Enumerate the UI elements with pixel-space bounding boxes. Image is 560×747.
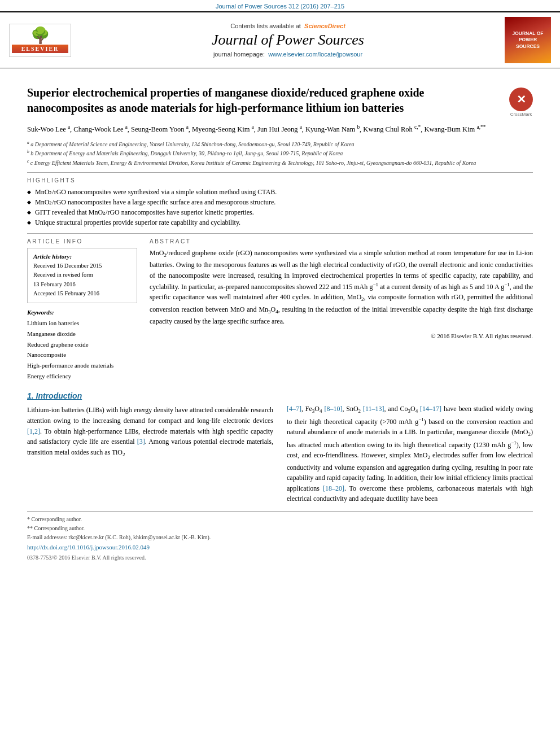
intro-right-col: [4–7], Fe3O4 [8–10], SnO2 [11–13], and C… xyxy=(287,391,533,504)
highlights-section: HIGHLIGHTS ◆ MnO₂/rGO nanocomposites wer… xyxy=(27,177,533,228)
footnote-co-corresponding: ** Corresponding author. xyxy=(27,524,533,533)
revised-date: Received in revised form13 February 2016 xyxy=(33,270,131,289)
keywords-label: Keywords: xyxy=(27,309,137,316)
kw-1: Lithium ion batteries xyxy=(27,318,137,329)
footnote-section: * Corresponding author. ** Corresponding… xyxy=(27,511,533,562)
journal-logo-text: JOURNAL OF POWER SOURCES xyxy=(508,30,548,49)
highlight-item-1: ◆ MnO₂/rGO nanocomposites were synthesiz… xyxy=(27,187,533,197)
abstract-label: ABSTRACT xyxy=(150,238,533,244)
article-info-label: ARTICLE INFO xyxy=(27,238,137,244)
doi-link[interactable]: http://dx.doi.org/10.1016/j.jpowsour.201… xyxy=(27,544,150,551)
contents-line: Contents lists available at ScienceDirec… xyxy=(77,23,499,29)
affiliation-c: c c Energy Efficient Materials Team, Ene… xyxy=(27,158,533,168)
highlight-item-4: ◆ Unique structural properties provide s… xyxy=(27,217,533,228)
abstract-col: ABSTRACT MnO2/reduced graphene oxide (rG… xyxy=(150,238,533,381)
crossmark-badge[interactable]: ✕ CrossMark xyxy=(509,88,533,117)
authors-line: Suk-Woo Lee a, Chang-Wook Lee a, Seung-B… xyxy=(27,123,533,136)
footnote-corresponding: * Corresponding author. xyxy=(27,515,533,524)
elsevier-text: ELSEVIER xyxy=(12,45,68,53)
footnote-doi[interactable]: http://dx.doi.org/10.1016/j.jpowsour.201… xyxy=(27,542,533,553)
keywords-list: Lithium ion batteries Manganese dioxide … xyxy=(27,318,137,381)
kw-6: Energy efficiency xyxy=(27,371,137,382)
elsevier-logo: 🌳 ELSEVIER xyxy=(9,24,71,57)
article-info-col: ARTICLE INFO Article history: Received 1… xyxy=(27,238,137,381)
journal-reference: Journal of Power Sources 312 (2016) 207–… xyxy=(216,3,344,10)
kw-2: Manganese dioxide xyxy=(27,329,137,339)
journal-title: Journal of Power Sources xyxy=(77,32,499,49)
footnote-email: E-mail addresses: rkc@kicet.re.kr (K.C. … xyxy=(27,533,533,542)
main-content: ✕ CrossMark Superior electrochemical pro… xyxy=(0,68,560,574)
top-bar: Journal of Power Sources 312 (2016) 207–… xyxy=(0,0,560,11)
intro-heading: 1. Introduction xyxy=(27,391,273,400)
intro-left-col: 1. Introduction Lithium-ion batteries (L… xyxy=(27,391,273,504)
journal-header: 🌳 ELSEVIER Contents lists available at S… xyxy=(0,11,560,68)
journal-logo: JOURNAL OF POWER SOURCES xyxy=(505,17,551,63)
section-divider-2 xyxy=(27,233,533,234)
homepage-line: journal homepage: www.elsevier.com/locat… xyxy=(77,51,499,58)
introduction-section: 1. Introduction Lithium-ion batteries (L… xyxy=(27,391,533,504)
sciencedirect-link[interactable]: ScienceDirect xyxy=(303,23,345,29)
received-date: Received 16 December 2015 xyxy=(33,261,131,270)
history-label: Article history: xyxy=(33,253,131,260)
accepted-date: Accepted 15 February 2016 xyxy=(33,289,131,298)
intro-left-text: Lithium-ion batteries (LIBs) with high e… xyxy=(27,405,273,459)
abstract-text: MnO2/reduced graphene oxide (rGO) nanoco… xyxy=(150,248,533,326)
affiliations: a a Department of Material Science and E… xyxy=(27,139,533,168)
info-abstract-row: ARTICLE INFO Article history: Received 1… xyxy=(27,238,533,381)
article-history-box: Article history: Received 16 December 20… xyxy=(27,248,137,303)
abstract-paragraph: MnO2/reduced graphene oxide (rGO) nanoco… xyxy=(150,248,533,326)
intro-two-col: 1. Introduction Lithium-ion batteries (L… xyxy=(27,391,533,504)
highlight-item-3: ◆ GITT revealed that MnO₂/rGO nanocompos… xyxy=(27,207,533,217)
highlights-label: HIGHLIGHTS xyxy=(27,177,533,184)
kw-4: Nanocomposite xyxy=(27,350,137,360)
section-divider-1 xyxy=(27,172,533,173)
article-title: Superior electrochemical properties of m… xyxy=(27,85,502,116)
affiliation-b: b b Department of Energy and Materials E… xyxy=(27,148,533,158)
highlight-item-2: ◆ MnO₂/rGO nanocomposites have a large s… xyxy=(27,197,533,207)
header-center: Contents lists available at ScienceDirec… xyxy=(77,23,499,58)
intro-right-text: [4–7], Fe3O4 [8–10], SnO2 [11–13], and C… xyxy=(287,404,533,504)
keywords-section: Keywords: Lithium ion batteries Manganes… xyxy=(27,309,137,381)
copyright-line: © 2016 Elsevier B.V. All rights reserved… xyxy=(150,333,533,339)
homepage-url[interactable]: www.elsevier.com/locate/jpowsour xyxy=(266,51,362,58)
kw-3: Reduced graphene oxide xyxy=(27,339,137,350)
affiliation-a: a a Department of Material Science and E… xyxy=(27,139,533,149)
footnote-issn: 0378-7753/© 2016 Elsevier B.V. All right… xyxy=(27,553,533,562)
kw-5: High-performance anode materials xyxy=(27,360,137,371)
highlights-list: ◆ MnO₂/rGO nanocomposites were synthesiz… xyxy=(27,187,533,228)
